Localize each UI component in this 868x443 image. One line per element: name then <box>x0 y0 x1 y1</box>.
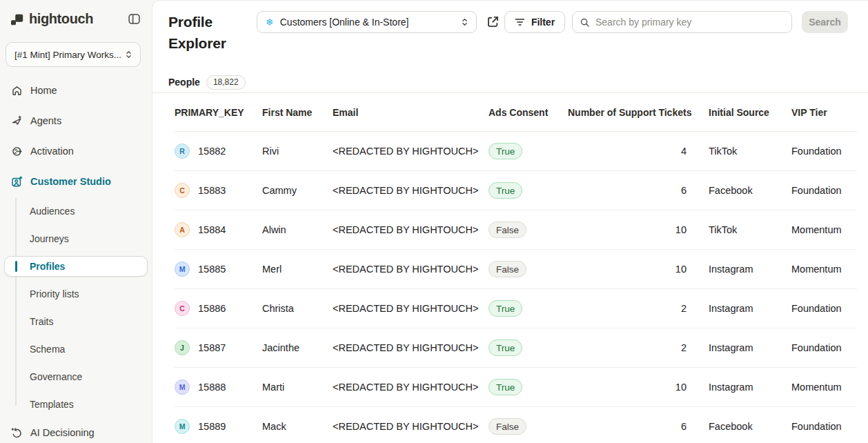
email-cell: <REDACTED BY HIGHTOUCH> <box>333 421 489 432</box>
vip-tier-cell: Foundation <box>791 303 857 314</box>
email-cell: <REDACTED BY HIGHTOUCH> <box>333 303 489 314</box>
search-input[interactable] <box>595 17 785 28</box>
column-header-ads-consent[interactable]: Ads Consent <box>489 107 568 118</box>
search-button[interactable]: Search <box>802 11 848 33</box>
sidebar-item-traits[interactable]: Traits <box>6 311 146 332</box>
initial-source-cell: Facebook <box>695 421 791 432</box>
table-row[interactable]: M 15885 Merl <REDACTED BY HIGHTOUCH> Fal… <box>175 250 857 289</box>
initial-source-cell: Instagram <box>695 264 791 275</box>
sidebar-item-templates[interactable]: Templates <box>6 394 146 415</box>
main-content: Profile Explorer ❄ Customers [Online & I… <box>152 0 868 443</box>
initial-source-cell: Instagram <box>695 342 791 353</box>
column-header-email[interactable]: Email <box>333 107 489 118</box>
logo-row: hightouch <box>0 0 152 28</box>
primary-key-cell: R 15882 <box>175 144 262 159</box>
support-tickets-cell: 10 <box>568 224 695 235</box>
avatar: C <box>175 301 190 316</box>
sidebar-item-label: Priority lists <box>30 288 79 299</box>
table-row[interactable]: C 15883 Cammy <REDACTED BY HIGHTOUCH> Tr… <box>175 171 857 210</box>
sidebar-nav: Home Agents Activation <box>0 79 152 443</box>
dataset-selector[interactable]: ❄ Customers [Online & In-Store] <box>257 11 477 33</box>
vip-tier-cell: Momentum <box>791 224 857 235</box>
sidebar-item-activation[interactable]: Activation <box>6 140 146 162</box>
first-name-cell: Marti <box>262 382 333 393</box>
avatar: C <box>175 183 190 198</box>
first-name-cell: Jacinthe <box>262 342 333 353</box>
primary-key-cell: M 15889 <box>175 419 262 434</box>
support-tickets-cell: 10 <box>568 382 695 393</box>
hightouch-logo-icon <box>10 12 25 27</box>
column-header-initial-source[interactable]: Initial Source <box>695 107 791 118</box>
table-body: R 15882 Rivi <REDACTED BY HIGHTOUCH> Tru… <box>175 132 857 443</box>
table-row[interactable]: M 15888 Marti <REDACTED BY HIGHTOUCH> Tr… <box>175 368 857 407</box>
sidebar-item-journeys[interactable]: Journeys <box>6 228 146 249</box>
sidebar-item-label: Traits <box>30 316 53 327</box>
sidebar-item-audiences[interactable]: Audiences <box>6 201 146 222</box>
sidebar-item-agents[interactable]: Agents <box>6 110 146 132</box>
agents-icon <box>11 115 23 127</box>
email-cell: <REDACTED BY HIGHTOUCH> <box>333 146 489 157</box>
sidebar-item-schema[interactable]: Schema <box>6 339 146 360</box>
sidebar-item-label: Profiles <box>30 261 65 272</box>
sidebar-item-priority-lists[interactable]: Priority lists <box>6 284 146 304</box>
search-box <box>572 11 792 33</box>
sidebar-item-label: Audiences <box>30 206 75 217</box>
ads-consent-badge: True <box>489 300 522 317</box>
ads-consent-badge: False <box>489 261 526 277</box>
initial-source-cell: TikTok <box>695 146 791 157</box>
snowflake-icon: ❄ <box>266 17 274 27</box>
table-row[interactable]: A 15884 Alwin <REDACTED BY HIGHTOUCH> Fa… <box>175 210 857 250</box>
primary-key-value: 15887 <box>198 342 226 353</box>
avatar: M <box>175 380 190 395</box>
primary-key-cell: M 15885 <box>175 262 262 277</box>
search-icon <box>580 17 590 28</box>
vip-tier-cell: Foundation <box>791 421 857 432</box>
sidebar-item-profiles[interactable]: Profiles <box>4 256 148 277</box>
avatar: M <box>175 262 190 277</box>
table-header-row: PRIMARY_KEY First Name Email Ads Consent… <box>175 93 857 132</box>
primary-key-cell: C 15886 <box>175 301 262 316</box>
table-row[interactable]: J 15887 Jacinthe <REDACTED BY HIGHTOUCH>… <box>175 328 857 368</box>
tab-people[interactable]: People <box>168 77 200 88</box>
column-header-vip-tier[interactable]: VIP Tier <box>791 107 857 118</box>
column-header-primary-key[interactable]: PRIMARY_KEY <box>175 107 262 118</box>
vip-tier-cell: Momentum <box>791 264 857 275</box>
first-name-cell: Mack <box>262 421 333 432</box>
logo-text: hightouch <box>29 11 93 27</box>
sidebar-item-customer-studio[interactable]: Customer Studio <box>6 170 146 193</box>
sidebar-item-label: Journeys <box>30 233 69 244</box>
support-tickets-cell: 6 <box>568 421 695 432</box>
table-row[interactable]: C 15886 Christa <REDACTED BY HIGHTOUCH> … <box>175 289 857 328</box>
table-row[interactable]: M 15889 Mack <REDACTED BY HIGHTOUCH> Fal… <box>175 407 857 443</box>
email-cell: <REDACTED BY HIGHTOUCH> <box>333 342 489 353</box>
sidebar-item-label: Schema <box>30 344 65 355</box>
open-external-icon[interactable] <box>486 14 500 29</box>
filter-button-label: Filter <box>531 17 555 28</box>
ads-consent-badge: True <box>489 143 522 159</box>
table-row[interactable]: R 15882 Rivi <REDACTED BY HIGHTOUCH> Tru… <box>175 132 857 171</box>
sidebar-item-ai-decisioning[interactable]: AI Decisioning <box>6 422 146 443</box>
sidebar: hightouch [#1 Mint] Primary Works... Hom… <box>0 0 152 443</box>
first-name-cell: Rivi <box>262 146 333 157</box>
column-header-support-tickets[interactable]: Number of Support Tickets <box>568 107 695 118</box>
primary-key-cell: C 15883 <box>175 183 262 198</box>
sidebar-item-label: Templates <box>30 399 74 410</box>
ads-consent-badge: True <box>489 339 522 356</box>
primary-key-cell: J 15887 <box>175 340 262 355</box>
ads-consent-cell: True <box>489 182 568 199</box>
initial-source-cell: TikTok <box>695 224 791 235</box>
avatar: R <box>175 144 190 159</box>
filter-button[interactable]: Filter <box>504 11 565 33</box>
email-cell: <REDACTED BY HIGHTOUCH> <box>333 264 489 275</box>
first-name-cell: Cammy <box>262 185 333 196</box>
sidebar-item-label: AI Decisioning <box>30 427 95 438</box>
dataset-selector-value: Customers [Online & In-Store] <box>280 17 409 28</box>
workspace-selector[interactable]: [#1 Mint] Primary Works... <box>6 42 141 67</box>
email-cell: <REDACTED BY HIGHTOUCH> <box>333 224 489 235</box>
primary-key-value: 15889 <box>198 421 226 432</box>
column-header-first-name[interactable]: First Name <box>262 107 333 118</box>
ads-consent-cell: False <box>489 261 568 277</box>
sidebar-item-home[interactable]: Home <box>6 79 146 101</box>
sidebar-collapse-icon[interactable] <box>126 11 142 27</box>
sidebar-item-governance[interactable]: Governance <box>6 366 146 387</box>
